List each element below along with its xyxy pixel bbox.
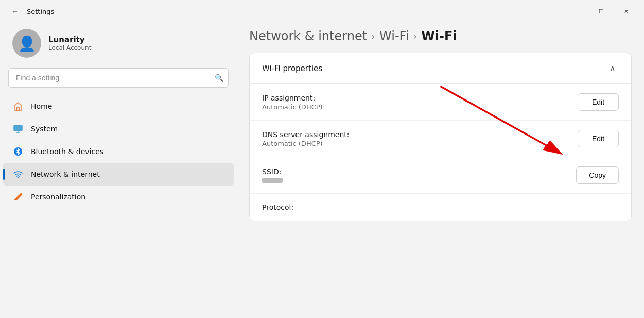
close-button[interactable]: ✕ [614,3,638,20]
avatar: 👤 [12,29,41,58]
ip-assignment-info: IP assignment: Automatic (DHCP) [262,94,323,111]
nav-list: Home System [0,95,237,208]
protocol-row: Protocol: [250,194,631,221]
svg-rect-0 [17,107,20,110]
breadcrumb-wifi2: Wi-Fi [421,29,457,43]
sidebar-item-home[interactable]: Home [3,95,234,118]
ip-assignment-label: IP assignment: [262,94,323,102]
breadcrumb-wifi1[interactable]: Wi-Fi [379,29,409,43]
user-name: Lunarity [48,35,91,44]
svg-rect-2 [14,125,22,130]
card-title: Wi-Fi properties [262,64,322,73]
network-icon [12,169,24,180]
titlebar-left: ← Settings [8,6,54,16]
sidebar-item-system[interactable]: System [3,118,234,140]
wifi-properties-card: Wi-Fi properties ∧ IP assignment: Automa… [249,53,632,221]
window-controls: — ☐ ✕ [565,3,638,20]
sidebar-item-network-label: Network & internet [31,170,100,178]
ssid-info: SSID: [262,168,283,183]
maximize-button[interactable]: ☐ [589,3,613,20]
main-content: Network & internet › Wi-Fi › Wi-Fi Wi-Fi… [237,21,644,318]
dns-assignment-row: DNS server assignment: Automatic (DHCP) … [250,121,631,157]
back-button[interactable]: ← [8,6,22,16]
dns-assignment-edit-button[interactable]: Edit [578,130,619,147]
sidebar-item-personalization-label: Personalization [31,193,85,201]
card-header: Wi-Fi properties ∧ [250,53,631,84]
ssid-copy-button[interactable]: Copy [576,166,619,184]
sidebar-item-network[interactable]: Network & internet [3,163,234,186]
breadcrumb-sep-1: › [371,30,375,42]
sidebar: 👤 Lunarity Local Account 🔍 [0,21,237,318]
svg-point-4 [18,177,19,178]
ssid-label: SSID: [262,168,283,176]
card-wrapper: Wi-Fi properties ∧ IP assignment: Automa… [249,53,632,221]
dns-assignment-label: DNS server assignment: [262,130,350,139]
dns-assignment-value: Automatic (DHCP) [262,140,350,147]
breadcrumb-sep-2: › [413,30,417,42]
personalization-icon [12,191,24,203]
protocol-info: Protocol: [262,203,293,211]
ip-assignment-edit-button[interactable]: Edit [578,93,619,111]
sidebar-scroll-area: Home System [0,95,237,318]
search-box: 🔍 [8,68,229,88]
search-input[interactable] [8,68,229,88]
system-icon [12,123,24,135]
user-avatar-icon: 👤 [18,35,36,52]
ssid-bar [262,178,283,183]
breadcrumb-network[interactable]: Network & internet [249,29,367,43]
user-type: Local Account [48,44,91,52]
dns-assignment-info: DNS server assignment: Automatic (DHCP) [262,130,350,147]
titlebar: ← Settings — ☐ ✕ [0,0,644,21]
sidebar-item-bluetooth-label: Bluetooth & devices [31,147,103,156]
collapse-button[interactable]: ∧ [606,62,619,74]
sidebar-item-personalization[interactable]: Personalization [3,186,234,208]
bluetooth-icon [12,146,24,157]
protocol-label: Protocol: [262,203,293,211]
sidebar-item-bluetooth[interactable]: Bluetooth & devices [3,140,234,163]
app-body: 👤 Lunarity Local Account 🔍 [0,21,644,318]
ip-assignment-row: IP assignment: Automatic (DHCP) Edit [250,84,631,121]
ip-assignment-value: Automatic (DHCP) [262,103,323,111]
breadcrumb: Network & internet › Wi-Fi › Wi-Fi [249,26,632,43]
ssid-value [262,178,283,183]
minimize-button[interactable]: — [565,3,588,20]
sidebar-item-system-label: System [31,125,58,133]
app-title: Settings [27,8,54,15]
sidebar-item-home-label: Home [31,102,52,110]
user-section: 👤 Lunarity Local Account [0,21,237,68]
ssid-row: SSID: Copy [250,157,631,194]
home-icon [12,101,24,112]
user-info: Lunarity Local Account [48,35,91,52]
